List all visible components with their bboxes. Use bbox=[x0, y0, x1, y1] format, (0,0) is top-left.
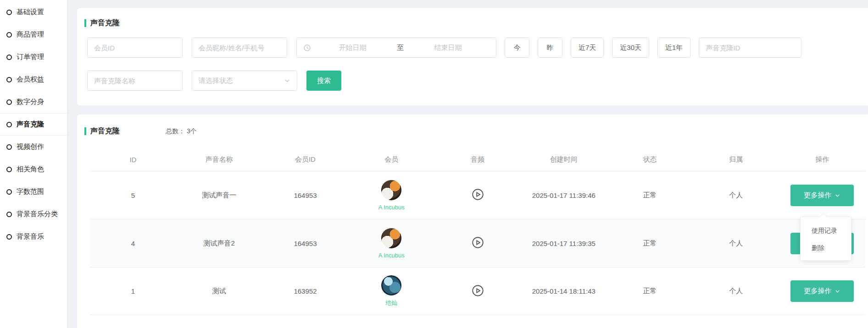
circle-icon bbox=[6, 55, 12, 60]
table-row: 5 测试声音一 164953 A Incubus 2025-01-17 11:3… bbox=[90, 171, 865, 219]
member-name-link[interactable]: 培灿 bbox=[385, 299, 397, 307]
sidebar-item-label: 视频创作 bbox=[17, 142, 44, 151]
more-actions-dropdown-menu: 使用记录 删除 bbox=[800, 217, 851, 261]
chevron-down-icon bbox=[835, 288, 840, 294]
col-header-audio: 音频 bbox=[434, 155, 521, 164]
voice-clone-table: ID 声音名称 会员ID 会员 音频 创建时间 状态 归属 操作 5 测试声音一… bbox=[90, 148, 865, 315]
more-actions-label: 更多操作 bbox=[804, 191, 831, 200]
quick-date-today-button[interactable]: 今 bbox=[505, 38, 529, 58]
cell-member-id: 163952 bbox=[262, 287, 349, 295]
circle-icon bbox=[6, 234, 12, 240]
cell-status: 正常 bbox=[607, 287, 693, 295]
cell-created-time: 2025-01-17 11:39:46 bbox=[521, 191, 607, 199]
cell-voice-name: 测试声音一 bbox=[176, 191, 262, 200]
quick-date-30days-button[interactable]: 近30天 bbox=[612, 38, 649, 58]
cell-voice-name: 测试声音2 bbox=[176, 239, 262, 248]
col-header-owner: 归属 bbox=[693, 155, 779, 164]
more-actions-label: 更多操作 bbox=[804, 287, 831, 295]
circle-icon bbox=[6, 99, 12, 105]
circle-icon bbox=[6, 32, 12, 38]
sidebar-item-related-roles[interactable]: 相关角色 bbox=[0, 158, 67, 180]
cell-member-id: 164953 bbox=[262, 240, 349, 247]
sidebar-item-label: 背景音乐分类 bbox=[17, 210, 58, 219]
chevron-down-icon bbox=[835, 192, 840, 198]
col-header-member: 会员 bbox=[348, 155, 434, 164]
sidebar-item-order-management[interactable]: 订单管理 bbox=[0, 46, 67, 68]
cell-status: 正常 bbox=[607, 191, 693, 200]
col-header-member-id: 会员ID bbox=[262, 155, 349, 164]
dropdown-item-delete[interactable]: 删除 bbox=[801, 239, 851, 257]
col-header-created-time: 创建时间 bbox=[521, 155, 607, 164]
circle-icon bbox=[6, 144, 12, 150]
voice-clone-id-input[interactable] bbox=[699, 38, 801, 58]
cell-owner: 个人 bbox=[693, 287, 779, 295]
col-header-actions: 操作 bbox=[779, 155, 865, 164]
total-value: 3个 bbox=[187, 127, 197, 135]
sidebar-item-bgm[interactable]: 背景音乐 bbox=[0, 225, 67, 248]
play-audio-icon[interactable] bbox=[472, 236, 484, 249]
sidebar-item-voice-clone[interactable]: 声音克隆 bbox=[0, 113, 67, 136]
member-avatar bbox=[381, 180, 401, 200]
search-panel-title: 声音克隆 bbox=[84, 18, 868, 28]
member-name-link[interactable]: A Incubus bbox=[378, 252, 405, 259]
sidebar-item-label: 数字分身 bbox=[17, 98, 44, 106]
circle-icon bbox=[6, 10, 12, 15]
cell-voice-name: 测试 bbox=[176, 287, 262, 295]
sidebar-item-product-management[interactable]: 商品管理 bbox=[0, 23, 67, 46]
sidebar-item-label: 相关角色 bbox=[17, 165, 44, 174]
chevron-down-icon bbox=[284, 77, 290, 84]
status-select[interactable]: 请选择状态 bbox=[192, 71, 297, 91]
more-actions-button[interactable]: 更多操作 bbox=[790, 280, 854, 302]
sidebar: 基础设置 商品管理 订单管理 会员权益 数字分身 声音克隆 视频创作 相关角色 … bbox=[0, 0, 68, 328]
cell-member-id: 164953 bbox=[262, 191, 349, 199]
section-title: 声音克隆 bbox=[90, 126, 120, 136]
sidebar-item-label: 商品管理 bbox=[17, 30, 44, 39]
circle-icon bbox=[6, 189, 12, 195]
member-avatar bbox=[381, 275, 401, 295]
quick-date-yesterday-button[interactable]: 昨 bbox=[538, 38, 562, 58]
circle-icon bbox=[6, 122, 12, 127]
total-count: 总数： 3个 bbox=[166, 127, 197, 136]
table-header-row: ID 声音名称 会员ID 会员 音频 创建时间 状态 归属 操作 bbox=[90, 148, 865, 171]
col-header-status: 状态 bbox=[607, 155, 693, 164]
quick-date-7days-button[interactable]: 近7天 bbox=[571, 38, 604, 58]
col-header-id: ID bbox=[90, 156, 176, 164]
status-select-placeholder: 请选择状态 bbox=[199, 77, 284, 85]
page-title: 声音克隆 bbox=[90, 18, 120, 28]
cell-owner: 个人 bbox=[693, 191, 779, 200]
voice-clone-name-input[interactable] bbox=[87, 71, 183, 91]
end-date-placeholder[interactable]: 结束日期 bbox=[406, 44, 490, 52]
sidebar-item-label: 背景音乐 bbox=[17, 232, 44, 241]
circle-icon bbox=[6, 167, 12, 172]
sidebar-item-word-count-range[interactable]: 字数范围 bbox=[0, 180, 67, 203]
cell-owner: 个人 bbox=[693, 239, 779, 248]
table-row: 4 测试声音2 164953 A Incubus 2025-01-17 11:3… bbox=[90, 219, 865, 267]
voice-clone-list-panel: 声音克隆 总数： 3个 ID 声音名称 会员ID 会员 音频 创建时间 状态 归… bbox=[77, 115, 868, 328]
play-audio-icon[interactable] bbox=[472, 188, 484, 201]
sidebar-item-video-creation[interactable]: 视频创作 bbox=[0, 136, 67, 158]
quick-date-1year-button[interactable]: 近1年 bbox=[657, 38, 690, 58]
member-info-input[interactable] bbox=[192, 38, 287, 58]
dropdown-item-usage-records[interactable]: 使用记录 bbox=[801, 222, 851, 239]
cell-status: 正常 bbox=[607, 239, 693, 248]
sidebar-item-label: 字数范围 bbox=[17, 187, 44, 196]
sidebar-item-label: 基础设置 bbox=[17, 8, 44, 16]
sidebar-item-member-benefits[interactable]: 会员权益 bbox=[0, 68, 67, 91]
search-panel: 声音克隆 开始日期 至 结束日期 今 昨 近7天 近30天 近1年 请选择状态 … bbox=[77, 8, 868, 105]
member-id-input[interactable] bbox=[87, 38, 183, 58]
sidebar-item-label: 订单管理 bbox=[17, 53, 44, 61]
member-avatar bbox=[381, 228, 401, 248]
sidebar-item-digital-avatar[interactable]: 数字分身 bbox=[0, 91, 67, 113]
sidebar-item-label: 声音克隆 bbox=[17, 120, 44, 129]
start-date-placeholder[interactable]: 开始日期 bbox=[311, 44, 394, 52]
more-actions-button[interactable]: 更多操作 bbox=[790, 185, 854, 206]
table-row: 1 测试 163952 培灿 2025-01-14 18:11:43 正常 个人… bbox=[90, 267, 865, 315]
cell-id: 1 bbox=[90, 287, 176, 295]
member-cell: 培灿 bbox=[348, 275, 434, 307]
date-range-picker[interactable]: 开始日期 至 结束日期 bbox=[296, 38, 496, 58]
sidebar-item-bgm-category[interactable]: 背景音乐分类 bbox=[0, 203, 67, 225]
search-button[interactable]: 搜索 bbox=[306, 71, 341, 91]
member-name-link[interactable]: A Incubus bbox=[378, 204, 405, 211]
sidebar-item-basic-settings[interactable]: 基础设置 bbox=[0, 1, 67, 23]
play-audio-icon[interactable] bbox=[472, 284, 484, 297]
